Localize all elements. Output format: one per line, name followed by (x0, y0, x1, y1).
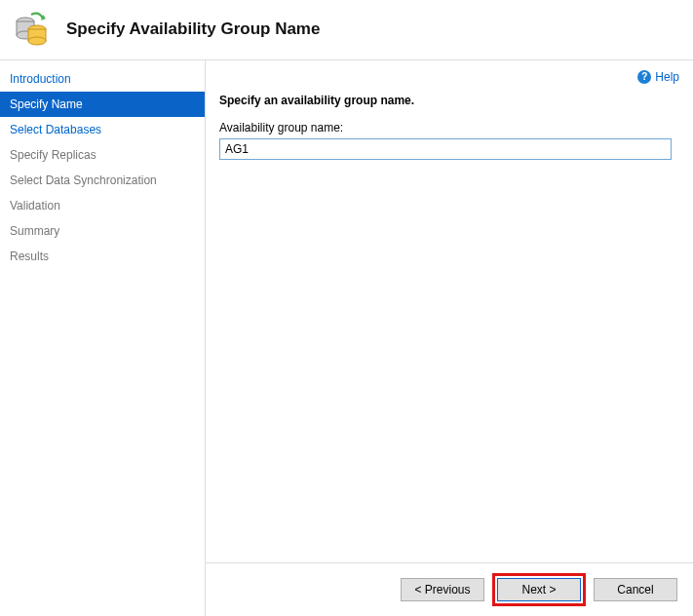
sidebar-item-validation: Validation (0, 193, 205, 218)
sidebar-item-results: Results (0, 244, 205, 269)
previous-button[interactable]: < Previous (401, 578, 484, 601)
sidebar-item-specify-replicas: Specify Replicas (0, 142, 205, 168)
sidebar-item-specify-name[interactable]: Specify Name (0, 92, 205, 117)
help-row: ? Help (206, 60, 693, 86)
wizard-sidebar: Introduction Specify Name Select Databas… (0, 60, 206, 616)
help-icon: ? (637, 70, 651, 84)
availability-group-name-input[interactable] (219, 138, 672, 160)
wizard-footer: < Previous Next > Cancel (206, 562, 693, 616)
wizard-header: Specify Availability Group Name (0, 0, 693, 60)
form-area: Specify an availability group name. Avai… (206, 86, 693, 562)
availability-group-name-label: Availability group name: (219, 121, 672, 135)
page-title: Specify Availability Group Name (66, 19, 320, 39)
next-button-highlight: Next > (492, 573, 586, 606)
wizard-content: ? Help Specify an availability group nam… (206, 60, 693, 616)
wizard-body: Introduction Specify Name Select Databas… (0, 60, 693, 616)
svg-point-5 (28, 37, 46, 45)
help-link[interactable]: ? Help (637, 70, 679, 84)
form-heading: Specify an availability group name. (219, 94, 672, 107)
sidebar-item-introduction[interactable]: Introduction (0, 66, 205, 92)
sidebar-item-summary: Summary (0, 218, 205, 244)
sidebar-item-select-data-sync: Select Data Synchronization (0, 168, 205, 193)
sidebar-item-select-databases[interactable]: Select Databases (0, 117, 205, 142)
cancel-button[interactable]: Cancel (594, 578, 677, 601)
next-button[interactable]: Next > (497, 578, 581, 601)
help-label: Help (655, 70, 679, 84)
availability-group-icon (14, 11, 51, 48)
